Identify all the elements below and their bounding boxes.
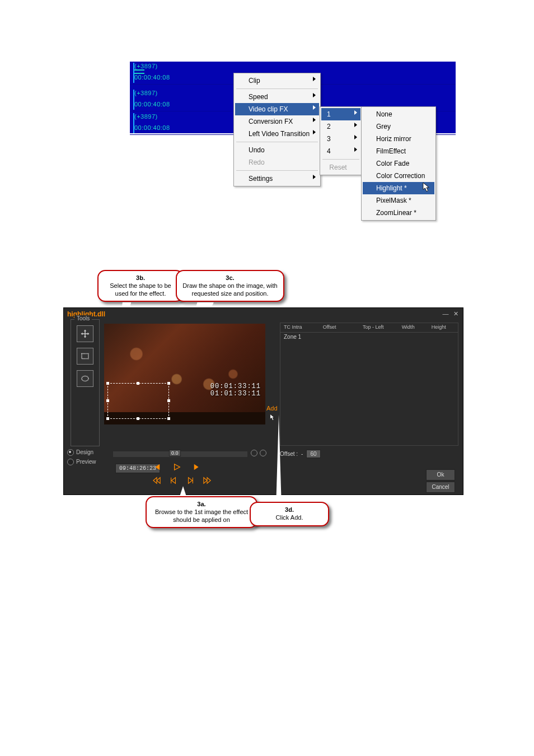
submenu-arrow-icon xyxy=(313,175,316,179)
menu-item-undo[interactable]: Undo xyxy=(235,144,319,156)
menu-item-label: 2 xyxy=(327,123,331,130)
loop-end-icon[interactable] xyxy=(260,450,266,456)
resize-handle-icon[interactable] xyxy=(106,382,109,385)
menu-item-slot-4[interactable]: 4 xyxy=(321,145,360,157)
col-offset: Offset xyxy=(320,323,359,332)
mode-radiogroup: Design Preview xyxy=(67,448,96,467)
menu-item-highlight[interactable]: Highlight * xyxy=(363,182,434,194)
callout-title: 3a. xyxy=(152,501,251,508)
cancel-button[interactable]: Cancel xyxy=(426,482,455,493)
resize-handle-icon[interactable] xyxy=(167,382,170,385)
resize-handle-icon[interactable] xyxy=(137,382,139,385)
resize-handle-icon[interactable] xyxy=(137,417,139,420)
tool-move-button[interactable] xyxy=(77,325,93,342)
transport-row-2 xyxy=(152,476,212,485)
play-icon xyxy=(173,463,181,471)
col-height: Height xyxy=(428,323,458,332)
clip-time: 00:00:40:08 xyxy=(134,124,170,131)
callout-3c: 3c. Draw the shape on the image, with re… xyxy=(176,270,284,302)
radio-icon xyxy=(67,459,74,465)
clip-id: (+3897) xyxy=(134,113,158,120)
loop-start-icon[interactable] xyxy=(251,450,257,456)
submenu-arrow-icon xyxy=(313,77,316,81)
menu-item-label: 1 xyxy=(327,110,331,118)
menu-item-label: Color Fade xyxy=(376,160,409,167)
col-tc-intra: TC Intra xyxy=(280,323,320,332)
next-keyframe-button[interactable] xyxy=(193,463,202,472)
menu-item-redo: Redo xyxy=(235,156,319,169)
rectangle-icon xyxy=(80,351,90,361)
menu-item-speed[interactable]: Speed xyxy=(235,91,319,103)
menu-item-colorfade[interactable]: Color Fade xyxy=(363,157,434,170)
col-width: Width xyxy=(399,323,428,332)
radio-design[interactable]: Design xyxy=(67,448,96,456)
context-menu-clip: Clip Speed Video clip FX Conversion FX L… xyxy=(233,73,321,186)
menu-item-grey[interactable]: Grey xyxy=(363,120,434,133)
menu-item-clip[interactable]: Clip xyxy=(235,74,319,87)
menu-item-none[interactable]: None xyxy=(363,108,434,120)
menu-item-colorcorrection[interactable]: Color Correction xyxy=(363,170,434,182)
menu-item-label: 3 xyxy=(327,135,331,143)
menu-item-settings[interactable]: Settings xyxy=(235,172,319,185)
menu-item-slot-1[interactable]: 1 xyxy=(321,108,360,120)
resize-handle-icon[interactable] xyxy=(167,399,170,402)
selection-rectangle[interactable] xyxy=(107,383,169,419)
tool-ellipse-button[interactable] xyxy=(77,370,93,387)
col-top-left: Top - Left xyxy=(359,323,399,332)
zone-table-header: TC Intra Offset Top - Left Width Height xyxy=(280,323,458,333)
radio-preview[interactable]: Preview xyxy=(67,458,96,466)
step-forward-button[interactable] xyxy=(186,476,195,485)
zone-table-row[interactable]: Zone 1 xyxy=(280,333,458,341)
menu-item-zoomlinear[interactable]: ZoomLinear * xyxy=(363,207,434,219)
clip-hash-icon xyxy=(134,69,144,74)
menu-item-left-video-transition[interactable]: Left Video Transition xyxy=(235,128,319,140)
menu-item-slot-2[interactable]: 2 xyxy=(321,120,360,133)
radio-label: Preview xyxy=(76,458,96,466)
fast-forward-button[interactable] xyxy=(203,476,212,485)
menu-item-horiz-mirror[interactable]: Horiz mirror xyxy=(363,133,434,145)
callout-text: Click Add. xyxy=(256,514,322,522)
callout-3a: 3a. Browse to the 1st image the effect s… xyxy=(146,496,257,528)
menu-item-label: Undo xyxy=(249,146,265,154)
resize-handle-icon[interactable] xyxy=(106,399,109,402)
transport-row-1 xyxy=(152,463,202,472)
preview-pane[interactable]: 00:01:33:11 01:01:33:11 xyxy=(104,324,265,424)
callout-title: 3c. xyxy=(182,274,278,282)
menu-item-video-clip-fx[interactable]: Video clip FX xyxy=(235,103,319,115)
fast-rewind-button[interactable] xyxy=(152,476,161,485)
menu-item-conversion-fx[interactable]: Conversion FX xyxy=(235,115,319,128)
menu-item-slot-3[interactable]: 3 xyxy=(321,133,360,145)
prev-keyframe-button[interactable] xyxy=(152,463,161,472)
menu-item-pixelmask[interactable]: PixelMask * xyxy=(363,194,434,207)
clip-time: 00:00:40:08 xyxy=(134,74,170,81)
minimize-button[interactable]: — xyxy=(442,310,449,317)
step-back-icon xyxy=(170,477,177,484)
loop-controls[interactable] xyxy=(251,450,266,456)
context-menu-fx-slot: 1 2 3 4 Reset xyxy=(320,106,362,175)
submenu-arrow-icon xyxy=(313,93,316,97)
ok-button[interactable]: Ok xyxy=(426,469,455,480)
menu-item-filmeffect[interactable]: FilmEffect xyxy=(363,145,434,157)
skip-forward-icon xyxy=(193,463,201,471)
resize-handle-icon[interactable] xyxy=(106,417,109,420)
play-button[interactable] xyxy=(172,463,181,472)
menu-item-label: Color Correction xyxy=(376,172,425,180)
scrubber[interactable]: 0.0 xyxy=(113,451,247,457)
submenu-arrow-icon xyxy=(354,110,357,115)
menu-item-label: ZoomLinear * xyxy=(376,209,416,217)
tool-rectangle-button[interactable] xyxy=(77,348,93,365)
step-back-button[interactable] xyxy=(169,476,178,485)
clip-time: 00:00:40:08 xyxy=(134,101,170,108)
add-button[interactable]: Add xyxy=(266,405,278,412)
callout-text: Draw the shape on the image, with reques… xyxy=(182,282,278,298)
menu-item-label: Grey xyxy=(376,123,391,130)
offset-row: Offset : - 60 xyxy=(280,450,321,458)
callout-3d: 3d. Click Add. xyxy=(250,502,329,526)
offset-input[interactable]: 60 xyxy=(306,450,320,458)
zone-table: TC Intra Offset Top - Left Width Height … xyxy=(280,323,458,446)
resize-handle-icon[interactable] xyxy=(167,417,170,420)
close-button[interactable]: ✕ xyxy=(452,310,460,317)
menu-item-label: 4 xyxy=(327,147,331,155)
clip-id: (+3897) xyxy=(134,63,158,69)
submenu-arrow-icon xyxy=(354,147,357,152)
